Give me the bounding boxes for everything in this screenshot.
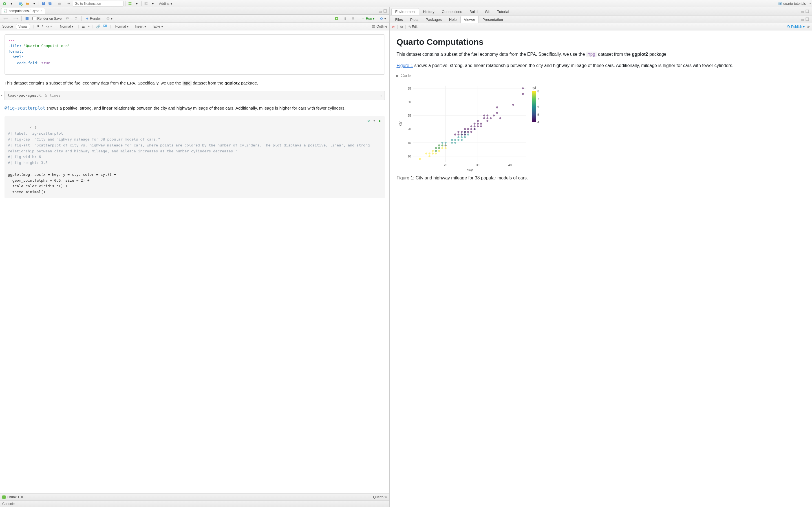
open-file-icon[interactable] — [24, 1, 30, 6]
editor-area[interactable]: --- title: "Quarto Computations" format:… — [0, 31, 389, 494]
minimize-pane-icon[interactable] — [378, 9, 382, 13]
tab-git[interactable]: Git — [481, 8, 493, 15]
svg-point-105 — [474, 128, 476, 130]
crossref-link[interactable]: @fig-scatterplot — [4, 106, 45, 111]
dropdown-icon[interactable]: ▾ — [8, 1, 14, 6]
tab-files[interactable]: Files — [391, 16, 406, 23]
save-all-icon[interactable] — [47, 1, 53, 6]
refresh-icon[interactable]: ▾ — [378, 16, 388, 21]
code-button[interactable]: </> — [46, 24, 52, 29]
insert-chunk-icon[interactable] — [333, 16, 340, 21]
tab-packages[interactable]: Packages — [422, 16, 446, 23]
console-tab[interactable]: Console — [0, 500, 389, 507]
tab-presentation[interactable]: Presentation — [479, 16, 507, 23]
render-label: Render — [90, 17, 101, 20]
style-dropdown[interactable]: Normal ▾ — [58, 24, 75, 29]
insert-menu[interactable]: Insert ▾ — [133, 24, 147, 29]
new-project-icon[interactable] — [18, 1, 23, 6]
render-on-save-checkbox[interactable]: Render on Save — [33, 17, 62, 20]
svg-point-116 — [487, 115, 489, 117]
close-tab-icon[interactable]: × — [41, 9, 43, 13]
source-mode-button[interactable]: Source — [2, 24, 13, 29]
svg-text:6: 6 — [538, 105, 539, 108]
project-menu[interactable]: R quarto-tutorials — ▾ — [778, 2, 810, 6]
code-chunk[interactable]: ⚙ ▾ ▶ {r} #| label: fig-scatterplot #| f… — [4, 116, 385, 198]
tab-environment[interactable]: Environment — [391, 8, 419, 15]
popout-icon[interactable]: ⧉ — [400, 25, 403, 29]
svg-text:20: 20 — [444, 163, 448, 167]
expand-arrow-icon[interactable]: ▸ — [1, 93, 3, 98]
svg-text:30: 30 — [408, 100, 411, 104]
run-button[interactable]: → Run ▾ — [360, 16, 376, 21]
tab-tutorial[interactable]: Tutorial — [493, 8, 513, 15]
save-icon[interactable] — [41, 1, 46, 6]
svg-point-63 — [438, 150, 440, 152]
spellcheck-icon[interactable]: ABC — [63, 16, 71, 21]
expand-collapse-icon[interactable]: ↕ — [380, 94, 382, 98]
chunk-navigator[interactable]: Chunk 1 ⇅ — [2, 495, 23, 499]
format-menu[interactable]: Format ▾ — [114, 24, 130, 29]
find-icon[interactable] — [72, 16, 80, 21]
render-button[interactable]: Render — [84, 16, 103, 21]
table-menu[interactable]: Table ▾ — [151, 24, 165, 29]
addins-menu[interactable]: Addins ▾ — [157, 1, 174, 6]
forward-icon[interactable]: ⟶ — [11, 16, 20, 21]
chunk-options-icon[interactable]: ⚙ — [367, 118, 371, 122]
dropdown-icon[interactable]: ▾ — [31, 1, 37, 6]
figure-link[interactable]: Figure 1 — [396, 63, 413, 68]
goto-input[interactable] — [73, 1, 123, 6]
run-above-icon[interactable]: ▾ — [373, 118, 377, 122]
svg-point-81 — [458, 139, 460, 141]
tab-connections[interactable]: Connections — [438, 8, 466, 15]
maximize-pane-icon[interactable] — [805, 9, 809, 13]
remove-icon[interactable]: ⊘ — [392, 25, 395, 29]
maximize-pane-icon[interactable] — [383, 9, 387, 13]
bold-button[interactable]: B — [37, 24, 39, 29]
italic-button[interactable]: I — [42, 24, 43, 29]
publish-button[interactable]: Publish ▾ — [786, 25, 805, 29]
code-fold[interactable]: ▸ Code — [396, 73, 805, 78]
folded-chunk[interactable]: ▸ load-packages: R, 5 lines ↕ — [4, 91, 385, 100]
svg-point-92 — [454, 133, 456, 135]
svg-rect-9 — [129, 2, 130, 3]
svg-text:7: 7 — [538, 98, 539, 101]
prose-paragraph[interactable]: @fig-scatterplot shows a positive, stron… — [4, 105, 385, 112]
new-file-icon[interactable] — [2, 1, 7, 6]
svg-point-58 — [432, 153, 434, 155]
tab-history[interactable]: History — [419, 8, 438, 15]
numbered-list-icon[interactable]: ≡ — [88, 24, 90, 29]
tab-help[interactable]: Help — [446, 16, 460, 23]
minimize-pane-icon[interactable] — [801, 9, 804, 13]
maximize-pane-icon[interactable] — [805, 17, 809, 21]
link-icon[interactable]: 🔗 — [96, 24, 100, 29]
run-chunk-icon[interactable]: ▶ — [378, 118, 383, 122]
svg-point-71 — [435, 147, 437, 149]
qmd-file-icon — [4, 9, 8, 13]
prose-paragraph[interactable]: This dataset contains a subset of the fu… — [4, 80, 385, 86]
refresh-viewer-icon[interactable]: ⟳ — [807, 25, 810, 29]
minimize-pane-icon[interactable] — [801, 17, 804, 21]
go-prev-chunk-icon[interactable]: ⇧ — [342, 16, 348, 21]
yaml-frontmatter[interactable]: --- title: "Quarto Computations" format:… — [4, 34, 385, 75]
render-options-icon[interactable]: ▾ — [104, 16, 114, 21]
dropdown-icon[interactable]: ▾ — [134, 1, 140, 6]
disclosure-triangle-icon[interactable]: ▸ — [396, 73, 399, 78]
visual-mode-button[interactable]: Visual — [16, 24, 30, 29]
bullet-list-icon[interactable]: ☰ — [82, 24, 85, 29]
go-next-chunk-icon[interactable]: ⇩ — [350, 16, 356, 21]
dropdown-icon[interactable]: ▾ — [150, 1, 156, 6]
tab-plots[interactable]: Plots — [407, 16, 422, 23]
save-icon[interactable] — [23, 16, 31, 21]
edit-button[interactable]: ✎ Edit — [408, 25, 418, 29]
engine-selector[interactable]: Quarto ⇅ — [373, 495, 387, 499]
outline-toggle[interactable]: Outline — [371, 24, 387, 29]
goto-icon[interactable] — [66, 1, 71, 6]
grid-icon[interactable] — [127, 1, 133, 6]
tab-viewer[interactable]: Viewer — [460, 16, 479, 23]
image-icon[interactable] — [103, 24, 107, 29]
tab-build[interactable]: Build — [466, 8, 481, 15]
file-tab[interactable]: computations-1.qmd × — [1, 8, 45, 14]
back-icon[interactable]: ⟵ — [2, 16, 10, 21]
print-icon[interactable] — [57, 1, 62, 6]
panes-icon[interactable] — [143, 1, 149, 6]
